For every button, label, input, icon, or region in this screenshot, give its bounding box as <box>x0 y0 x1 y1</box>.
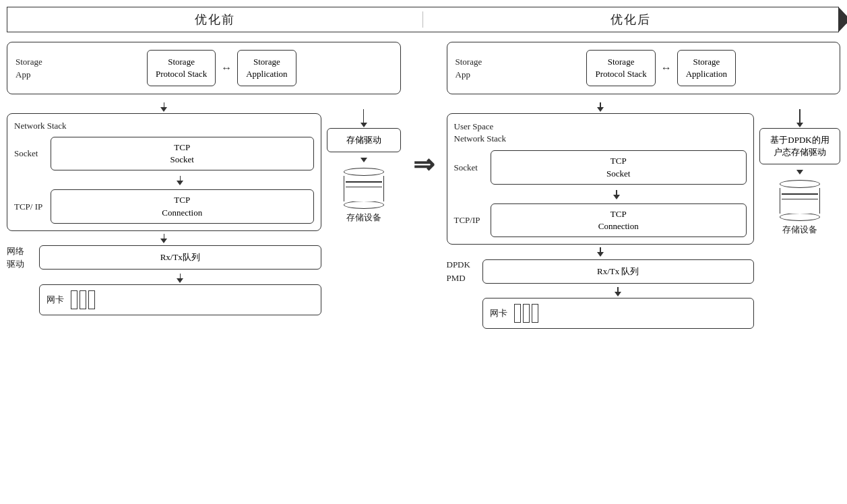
left-driver-label: 网络 驱动 <box>7 245 34 271</box>
left-cyl-body <box>344 176 384 201</box>
right-network-label: User Space Network Stack <box>454 121 747 145</box>
left-network-label: Network Stack <box>14 121 314 131</box>
right-double-arrow: ↔ <box>661 62 672 74</box>
right-driver-row: DPDK PMD Rx/Tx 队列 <box>447 258 755 284</box>
left-driver-row: 网络 驱动 Rx/Tx队列 <box>7 245 321 271</box>
right-cyl-body <box>780 188 820 214</box>
middle-arrow: ⇒ <box>406 42 441 179</box>
left-cyl-top <box>344 168 384 176</box>
right-application-box: Storage Application <box>677 50 736 86</box>
right-socket-label: Socket <box>454 162 487 173</box>
right-nic-bar-3 <box>532 304 538 323</box>
right-cyl-bottom <box>780 213 820 221</box>
left-nic-bar-3 <box>88 290 95 309</box>
left-cyl-bottom <box>344 201 384 209</box>
right-nic-label: 网卡 <box>490 307 507 319</box>
right-tcp-conn-box: TCP Connection <box>491 203 747 237</box>
before-label: 优化前 <box>7 11 423 28</box>
left-panel: Storage App Storage Protocol Stack ↔ Sto… <box>7 42 401 315</box>
top-banner: 优化前 优化后 <box>7 7 839 32</box>
left-protocol-stack-box: Storage Protocol Stack <box>147 50 216 86</box>
left-storage-device-label: 存储设备 <box>346 212 381 224</box>
left-rxtx-box: Rx/Tx队列 <box>39 245 321 270</box>
left-nic-box: 网卡 <box>39 284 321 315</box>
left-nic-bar-1 <box>71 290 77 309</box>
left-tcp-socket-box: TCP Socket <box>51 137 314 170</box>
left-storage-app-label: Storage App <box>15 55 46 82</box>
left-nic-bar-2 <box>80 290 86 309</box>
left-network-box: Network Stack Socket TCP Socket <box>7 113 321 231</box>
right-rxtx-box: Rx/Tx 队列 <box>482 259 755 284</box>
right-nic-bar-1 <box>514 304 521 323</box>
right-nic-bar-2 <box>523 304 530 323</box>
left-storage-app-box: Storage App Storage Protocol Stack ↔ Sto… <box>7 42 401 94</box>
right-storage-app-box: Storage App Storage Protocol Stack ↔ Sto… <box>447 42 841 94</box>
right-network-box: User Space Network Stack Socket TCP Sock… <box>447 113 755 245</box>
left-socket-label: Socket <box>14 148 46 159</box>
right-nic-row: 网卡 <box>447 298 755 329</box>
page-wrapper: 优化前 优化后 Storage App Storage Protocol Sta… <box>0 0 847 504</box>
right-tcpip-label: TCP/IP <box>454 215 487 226</box>
left-double-arrow: ↔ <box>221 62 232 74</box>
left-storage-driver-box: 存储驱动 <box>327 128 401 152</box>
left-nic-row: 网卡 <box>7 284 321 315</box>
after-label: 优化后 <box>423 11 838 28</box>
left-tcpip-label: TCP/ IP <box>14 201 46 212</box>
right-protocol-stack-box: Storage Protocol Stack <box>586 50 655 86</box>
right-nic-box: 网卡 <box>482 298 755 329</box>
right-tcp-socket-box: TCP Socket <box>491 150 747 184</box>
left-application-box: Storage Application <box>237 50 296 86</box>
right-cyl-top <box>780 180 820 188</box>
right-storage-driver-box: 基于DPDK的用 户态存储驱动 <box>759 128 840 164</box>
left-nic-label: 网卡 <box>46 294 64 306</box>
right-dpdk-label: DPDK PMD <box>447 258 477 284</box>
right-panel: Storage App Storage Protocol Stack ↔ Sto… <box>447 42 841 329</box>
right-storage-device-label: 存储设备 <box>782 224 817 236</box>
left-tcp-conn-box: TCP Connection <box>51 189 314 223</box>
right-storage-app-label: Storage App <box>456 55 486 82</box>
